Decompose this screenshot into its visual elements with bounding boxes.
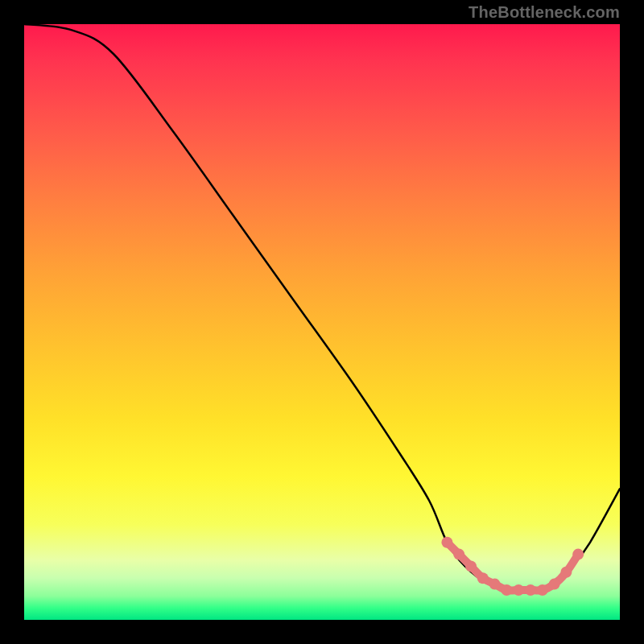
highlight-dot [525,584,536,596]
plot-area [24,24,620,620]
highlight-dot [513,584,524,596]
highlight-dot [572,549,584,560]
highlight-dot [549,579,560,590]
highlight-dot [560,567,572,578]
highlight-stroke [447,543,578,591]
highlight-dot [489,579,501,590]
highlight-dot [537,584,548,596]
watermark-text: TheBottleneck.com [469,3,620,22]
highlight-dot [465,560,477,572]
highlight-dot [453,549,464,560]
highlight-dot [477,572,489,584]
highlight-segment [441,537,584,596]
chart-overlay [24,24,620,620]
chart-canvas: TheBottleneck.com [0,0,644,644]
highlight-dot [441,537,452,548]
highlight-dot [501,584,512,596]
bottleneck-curve-line [24,24,620,591]
